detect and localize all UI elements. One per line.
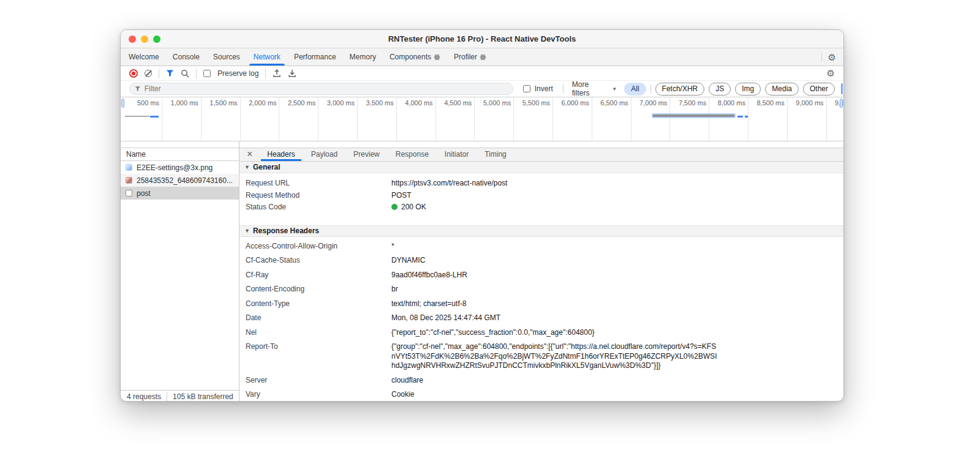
network-settings-gear-icon[interactable]: ⚙ [827, 69, 835, 78]
tab-response[interactable]: Response [388, 148, 436, 161]
tab-console[interactable]: Console [166, 48, 206, 66]
preserve-log-label: Preserve log [217, 69, 258, 78]
tab-profiler[interactable]: Profiler [447, 48, 493, 66]
close-window-button[interactable] [129, 36, 136, 43]
chevron-down-icon: ▼ [612, 86, 617, 92]
network-toolbar: Preserve log ⚙ [121, 66, 843, 81]
chip-media[interactable]: Media [765, 83, 799, 95]
header-row: Server cloudflare [239, 373, 843, 388]
header-value: POST [391, 190, 412, 202]
export-har-icon[interactable] [288, 69, 296, 78]
header-name: Content-Type [239, 299, 391, 309]
tab-memory[interactable]: Memory [343, 48, 383, 66]
minimize-window-button[interactable] [141, 36, 148, 43]
overview-waterfall-bar [150, 116, 159, 118]
close-detail-button[interactable]: × [246, 148, 258, 161]
header-name: Request Method [239, 190, 391, 202]
header-row: Cf-Ray 9aad0f46ffbc0ae8-LHR [239, 268, 843, 283]
header-row: Status Code 200 OK [239, 201, 843, 214]
filter-funnel-icon[interactable] [166, 69, 174, 77]
preserve-log-checkbox[interactable] [203, 70, 211, 77]
timeline-label: 1,500 ms [202, 97, 241, 141]
document-icon [126, 190, 132, 197]
timeline-label: 7,000 ms [631, 97, 671, 141]
header-name: Content-Encoding [239, 285, 391, 294]
general-section-header[interactable]: ▼ General [239, 162, 843, 173]
timeline-label: 3,000 ms [318, 97, 358, 141]
header-row: Nel {"report_to":"cf-nel","success_fract… [239, 326, 843, 340]
divider [563, 84, 564, 94]
chip-all[interactable]: All [624, 83, 646, 95]
header-name: Request URL [239, 178, 391, 190]
divider [821, 52, 822, 62]
network-content: Name E2EE-settings@3x.png 258435352_6486… [121, 141, 843, 402]
header-value: {"group":"cf-nel","max_age":604800,"endp… [391, 342, 719, 371]
header-row: Date Mon, 08 Dec 2025 14:47:44 GMT [239, 311, 843, 326]
devtools-window: RNTester (iPhone 16 Pro) - React Native … [120, 29, 844, 402]
request-detail-panel: × Headers Payload Preview Response Initi… [239, 141, 843, 402]
header-value: https://ptsv3.com/t/react-native/post [391, 178, 507, 190]
filter-input[interactable] [145, 84, 508, 93]
close-icon: × [247, 149, 252, 160]
timeline-label: 2,500 ms [279, 97, 318, 141]
filter-input-field[interactable] [129, 83, 513, 95]
timeline-label: 1,000 ms [162, 97, 202, 141]
invert-label: Invert [535, 84, 553, 93]
tab-preview[interactable]: Preview [346, 148, 387, 161]
response-headers-section-header[interactable]: ▼ Response Headers [239, 225, 843, 237]
divider [159, 69, 159, 78]
request-list-panel: Name E2EE-settings@3x.png 258435352_6486… [121, 141, 239, 402]
header-value: Cookie [391, 390, 414, 400]
network-status-bar: 4 requests 105 kB transferred [121, 390, 239, 402]
header-row: Access-Control-Allow-Origin * [239, 239, 843, 254]
disclosure-triangle-icon: ▼ [244, 228, 250, 234]
timeline-label: 5,000 ms [475, 97, 514, 141]
timeline-label: 6,000 ms [553, 97, 592, 141]
tab-network[interactable]: Network [247, 48, 287, 66]
header-name: Cf-Cache-Status [239, 256, 391, 266]
overview-waterfall-bar-selected [652, 113, 736, 118]
network-overview-timeline[interactable]: 500 ms 1,000 ms 1,500 ms 2,000 ms 2,500 … [121, 97, 843, 141]
import-har-icon[interactable] [273, 69, 281, 78]
header-row: Request URL https://ptsv3.com/t/react-na… [239, 178, 843, 190]
header-value: cloudflare [391, 376, 423, 386]
tab-components[interactable]: Components [383, 48, 447, 66]
timeline-brush-handle-left[interactable] [121, 99, 124, 108]
chip-img[interactable]: Img [735, 83, 761, 95]
timeline-brush-handle-right[interactable] [840, 99, 843, 108]
tab-payload[interactable]: Payload [304, 148, 345, 161]
transferred-size: 105 kB transferred [173, 392, 233, 401]
chip-js[interactable]: JS [709, 83, 731, 95]
header-name: Status Code [239, 201, 391, 214]
request-detail-tab-bar: × Headers Payload Preview Response Initi… [239, 148, 843, 162]
search-icon[interactable] [181, 69, 189, 78]
scrollbar-thumb[interactable] [841, 83, 843, 94]
zoom-window-button[interactable] [153, 36, 160, 43]
request-row-selected[interactable]: post [121, 187, 239, 200]
timeline-label: 8,000 ms [709, 97, 748, 141]
clear-network-log-button[interactable] [145, 70, 152, 77]
timeline-label: 4,500 ms [436, 97, 475, 141]
tab-performance[interactable]: Performance [287, 48, 343, 66]
header-row: Cf-Cache-Status DYNAMIC [239, 253, 843, 268]
request-row[interactable]: E2EE-settings@3x.png [121, 161, 239, 174]
status-ok-dot [391, 204, 398, 210]
tab-initiator[interactable]: Initiator [437, 148, 476, 161]
invert-checkbox[interactable] [523, 85, 530, 92]
request-row[interactable]: 258435352_648609743160... [121, 174, 239, 187]
name-column-header[interactable]: Name [121, 148, 239, 161]
tab-welcome[interactable]: Welcome [122, 48, 166, 66]
more-filters-button[interactable]: More filters ▼ [572, 80, 617, 97]
tab-headers[interactable]: Headers [260, 148, 302, 161]
settings-gear-icon[interactable]: ⚙ [828, 53, 836, 62]
tab-sources[interactable]: Sources [206, 48, 247, 66]
chip-fetch-xhr[interactable]: Fetch/XHR [655, 83, 705, 95]
tab-timing[interactable]: Timing [477, 148, 514, 161]
divider [167, 392, 167, 402]
header-row: Request Method POST [239, 190, 843, 202]
chip-other[interactable]: Other [803, 83, 835, 95]
header-value: {"report_to":"cf-nel","success_fraction"… [391, 328, 595, 338]
header-name: Report-To [239, 342, 391, 352]
general-rows: Request URL https://ptsv3.com/t/react-na… [239, 173, 843, 217]
record-network-log-button[interactable] [129, 69, 138, 78]
